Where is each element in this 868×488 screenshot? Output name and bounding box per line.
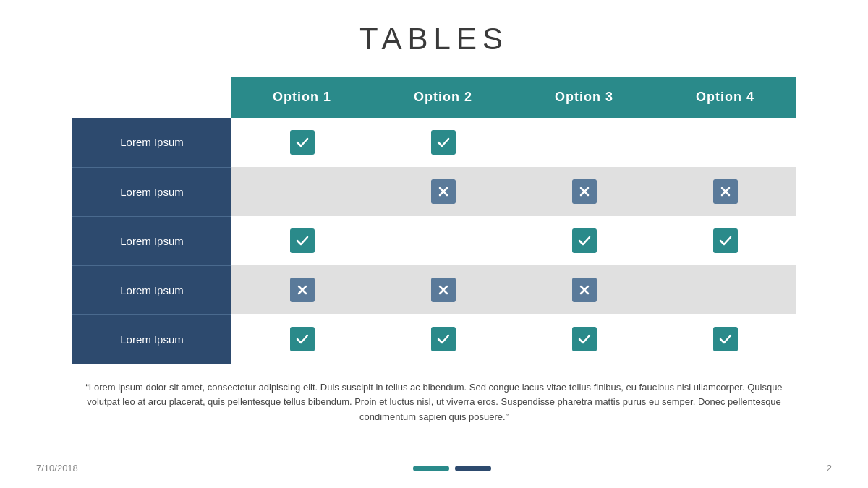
check-icon [572, 228, 597, 253]
check-icon [290, 228, 315, 253]
slide: TABLES Option 1 Option 2 Option 3 Option… [0, 0, 868, 488]
header-label-col [72, 77, 231, 118]
check-icon [431, 327, 456, 351]
cell-r2-c3 [655, 216, 796, 265]
cell-r1-c2 [514, 167, 655, 216]
dot-navy [455, 466, 491, 471]
table-row: Lorem Ipsum [72, 265, 796, 314]
table-row: Lorem Ipsum [72, 167, 796, 216]
cross-icon [713, 179, 738, 204]
cell-r0-c0 [231, 118, 373, 167]
cross-icon [572, 278, 597, 302]
header-option3: Option 3 [514, 77, 655, 118]
table-row: Lorem Ipsum [72, 216, 796, 265]
header-option4: Option 4 [655, 77, 796, 118]
cell-r2-c0 [231, 216, 373, 265]
cell-r4-c0 [231, 314, 373, 364]
header-option2: Option 2 [373, 77, 514, 118]
row-label: Lorem Ipsum [72, 314, 231, 364]
cell-r3-c1 [373, 265, 514, 314]
cross-icon [290, 278, 315, 302]
table-header-row: Option 1 Option 2 Option 3 Option 4 [72, 77, 796, 118]
cross-icon [572, 179, 597, 204]
cell-r4-c2 [514, 314, 655, 364]
cross-icon [431, 179, 456, 204]
check-icon [290, 130, 315, 155]
row-label: Lorem Ipsum [72, 265, 231, 314]
row-label: Lorem Ipsum [72, 216, 231, 265]
slide-title: TABLES [359, 22, 509, 56]
quote-text: “Lorem ipsum dolor sit amet, consectetur… [72, 380, 796, 425]
cell-r3-c2 [514, 265, 655, 314]
check-icon [431, 130, 456, 155]
check-icon [290, 327, 315, 351]
cell-r1-c0 [231, 167, 373, 216]
footer: 7/10/2018 2 [0, 463, 868, 474]
check-icon [572, 327, 597, 351]
cell-r1-c3 [655, 167, 796, 216]
cell-r4-c3 [655, 314, 796, 364]
cell-r1-c1 [373, 167, 514, 216]
check-icon [713, 228, 738, 253]
cell-r3-c0 [231, 265, 373, 314]
cell-r4-c1 [373, 314, 514, 364]
cell-r2-c2 [514, 216, 655, 265]
table-row: Lorem Ipsum [72, 118, 796, 167]
cell-r3-c3 [655, 265, 796, 314]
cell-r0-c2 [514, 118, 655, 167]
footer-date: 7/10/2018 [36, 463, 78, 474]
table-row: Lorem Ipsum [72, 314, 796, 364]
row-label: Lorem Ipsum [72, 167, 231, 216]
footer-page: 2 [827, 463, 832, 474]
table-container: Option 1 Option 2 Option 3 Option 4 Lore… [72, 77, 796, 364]
cross-icon [431, 278, 456, 302]
cell-r2-c1 [373, 216, 514, 265]
cell-r0-c1 [373, 118, 514, 167]
dot-teal [413, 466, 449, 471]
cell-r0-c3 [655, 118, 796, 167]
comparison-table: Option 1 Option 2 Option 3 Option 4 Lore… [72, 77, 796, 364]
row-label: Lorem Ipsum [72, 118, 231, 167]
check-icon [713, 327, 738, 351]
footer-dots [413, 466, 491, 471]
header-option1: Option 1 [231, 77, 373, 118]
